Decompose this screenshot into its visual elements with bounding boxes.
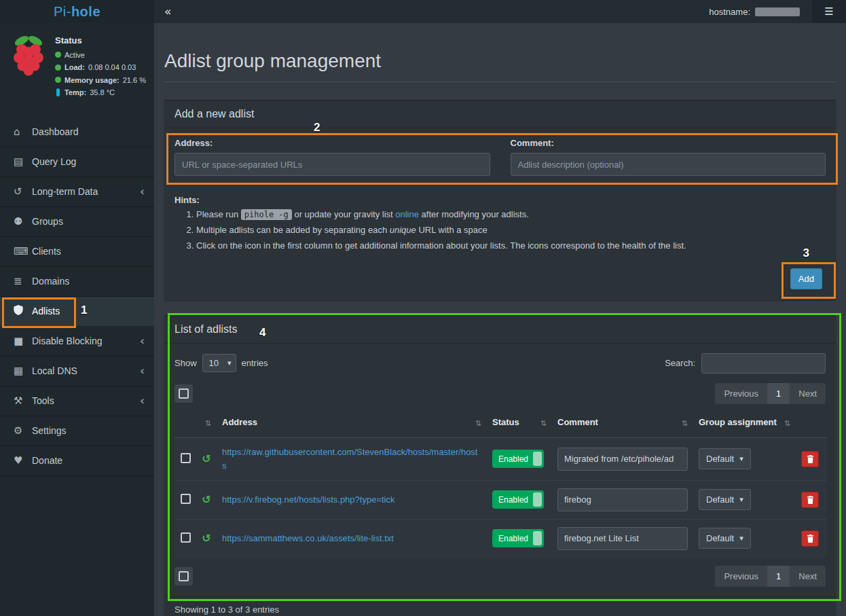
adlist-address-link[interactable]: https://sammatthews.co.uk/assets/lite-li… xyxy=(222,533,394,543)
list-health-icon[interactable]: ↺ xyxy=(202,532,210,545)
sidebar-item-query-log[interactable]: ▤ Query Log xyxy=(0,147,154,177)
header-health-col[interactable]: ⇅ xyxy=(196,411,217,437)
group-assignment-dropdown[interactable]: Default▾ xyxy=(699,528,751,549)
sidebar-nav: ⌂ Dashboard ▤ Query Log ↺ Long-term Data… xyxy=(0,113,154,476)
status-toggle[interactable]: Enabled xyxy=(492,529,544,547)
header-comment[interactable]: Comment⇅ xyxy=(552,411,693,437)
delete-adlist-button[interactable] xyxy=(801,530,819,547)
select-all-bottom[interactable] xyxy=(174,567,193,585)
select-all-top[interactable] xyxy=(174,384,193,403)
chevron-left-icon: ‹ xyxy=(140,185,145,198)
logo-prefix: Pi- xyxy=(54,4,71,20)
page-number-button[interactable]: 1 xyxy=(767,566,790,587)
sidebar-item-label: Tools xyxy=(32,395,140,406)
header-address[interactable]: Address⇅ xyxy=(217,411,487,437)
showing-entries-text: Showing 1 to 3 of 3 entries xyxy=(164,596,836,616)
load-label: Load: xyxy=(65,62,85,73)
chevron-left-icon: ‹ xyxy=(140,334,145,348)
sidebar-item-label: Adlists xyxy=(32,306,145,316)
row-checkbox[interactable] xyxy=(181,532,191,543)
delete-adlist-button[interactable] xyxy=(801,492,819,508)
sort-icon: ⇅ xyxy=(682,418,688,429)
chevron-left-icon: ‹ xyxy=(140,364,145,378)
row-checkbox[interactable] xyxy=(181,453,191,463)
sidebar-item-label: Dashboard xyxy=(32,126,145,137)
chevron-left-icon: ‹ xyxy=(140,394,145,407)
select-all-checkbox-top[interactable] xyxy=(179,388,189,399)
status-toggle[interactable]: Enabled xyxy=(492,450,544,468)
add-adlist-card: Add a new adlist Address: Comment: H xyxy=(164,100,836,300)
sidebar-item-tools[interactable]: ⚒ Tools ‹ xyxy=(0,386,154,416)
sidebar-item-clients[interactable]: ⌨ Clients xyxy=(0,237,154,267)
adlist-table: ⇅ Address⇅ Status⇅ Comment⇅ Group assign… xyxy=(174,411,827,558)
status-toggle[interactable]: Enabled xyxy=(492,490,544,509)
status-active-label: Active xyxy=(65,50,85,61)
row-comment-input[interactable] xyxy=(557,527,688,550)
sidebar-item-donate[interactable]: ♥ Donate xyxy=(0,446,154,476)
address-input[interactable] xyxy=(174,153,490,176)
sidebar-item-settings[interactable]: ⚙ Settings xyxy=(0,416,154,446)
address-book-icon: ▦ xyxy=(14,365,32,377)
delete-adlist-button[interactable] xyxy=(801,451,819,467)
previous-page-button[interactable]: Previous xyxy=(715,383,767,404)
add-card-title: Add a new adlist xyxy=(164,101,836,128)
list-icon: ≣ xyxy=(14,275,32,287)
sidebar-item-local-dns[interactable]: ▦ Local DNS ‹ xyxy=(0,357,154,386)
sidebar-item-dashboard[interactable]: ⌂ Dashboard xyxy=(0,117,154,147)
entries-select-wrap: 10 xyxy=(202,354,236,372)
entries-select[interactable]: 10 xyxy=(202,354,236,372)
group-assignment-dropdown[interactable]: Default▾ xyxy=(699,489,751,510)
hamburger-menu-button[interactable]: ☰ xyxy=(812,0,846,23)
sort-icon: ⇅ xyxy=(784,418,790,429)
table-header-row: ⇅ Address⇅ Status⇅ Comment⇅ Group assign… xyxy=(174,411,827,437)
next-page-button[interactable]: Next xyxy=(790,383,826,404)
donate-icon: ♥ xyxy=(14,454,32,467)
entries-label: entries xyxy=(242,358,268,368)
comment-input[interactable] xyxy=(511,153,826,176)
previous-page-button[interactable]: Previous xyxy=(715,566,767,587)
table-row: ↺ https://raw.githubusercontent.com/Stev… xyxy=(174,437,827,480)
group-assignment-dropdown[interactable]: Default▾ xyxy=(699,448,751,469)
sidebar-item-domains[interactable]: ≣ Domains xyxy=(0,267,154,297)
sidebar-collapse-button[interactable]: « xyxy=(154,5,181,18)
history-icon: ↺ xyxy=(14,185,32,198)
sidebar: Pi-hole Status Active xyxy=(0,0,154,616)
sort-icon: ⇅ xyxy=(475,418,481,429)
show-label: Show xyxy=(174,358,197,368)
sidebar-item-label: Query Log xyxy=(32,156,145,167)
hostname-label: hostname: xyxy=(709,7,750,17)
next-page-button[interactable]: Next xyxy=(790,566,826,587)
sidebar-item-adlists[interactable]: Adlists xyxy=(0,297,154,327)
adlist-address-link[interactable]: https://raw.githubusercontent.com/Steven… xyxy=(222,447,477,471)
add-button[interactable]: Add xyxy=(790,268,822,289)
online-link[interactable]: online xyxy=(395,209,419,219)
header-status[interactable]: Status⇅ xyxy=(487,411,552,437)
search-control: Search: xyxy=(665,353,826,374)
header-group-assignment[interactable]: Group assignment⇅ xyxy=(693,411,796,437)
memory-value: 21.6 % xyxy=(123,75,146,86)
page-title: Adlist group management xyxy=(164,50,836,72)
row-checkbox[interactable] xyxy=(181,494,191,504)
select-all-checkbox-bottom[interactable] xyxy=(179,571,189,581)
row-comment-input[interactable] xyxy=(557,488,688,511)
adlist-address-link[interactable]: https://v.firebog.net/hosts/lists.php?ty… xyxy=(222,494,394,505)
trash-icon xyxy=(807,496,814,504)
logo-suffix: hole xyxy=(71,4,100,20)
sidebar-item-disable-blocking[interactable]: ■ Disable Blocking ‹ xyxy=(0,327,154,357)
show-entries-control: Show 10 entries xyxy=(174,354,268,372)
search-input[interactable] xyxy=(701,353,826,374)
pihole-logo[interactable]: Pi-hole xyxy=(0,0,154,23)
list-health-icon[interactable]: ↺ xyxy=(202,493,210,506)
sidebar-item-label: Long-term Data xyxy=(32,186,140,197)
hint-item: Multiple adlists can be added by separat… xyxy=(196,223,826,238)
list-health-icon[interactable]: ↺ xyxy=(202,452,210,465)
add-form-row: Address: Comment: xyxy=(174,138,826,176)
sidebar-item-label: Groups xyxy=(32,216,145,227)
caret-down-icon: ▾ xyxy=(739,454,743,463)
row-comment-input[interactable] xyxy=(557,448,688,471)
sidebar-item-groups[interactable]: ⚉ Groups xyxy=(0,207,154,237)
title-divider xyxy=(164,81,836,82)
sidebar-item-long-term-data[interactable]: ↺ Long-term Data ‹ xyxy=(0,177,154,207)
page-number-button[interactable]: 1 xyxy=(767,383,790,404)
hint-item: Please run pihole -g or update your grav… xyxy=(196,208,826,222)
